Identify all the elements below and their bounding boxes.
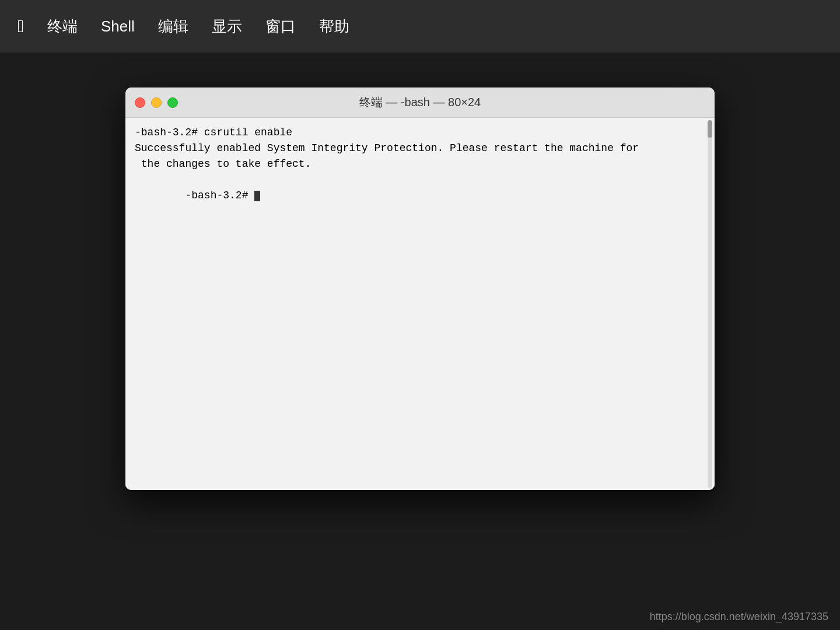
terminal-line-2: Successfully enabled System Integrity Pr…: [135, 141, 705, 156]
watermark: https://blog.csdn.net/weixin_43917335: [650, 611, 828, 623]
minimize-button[interactable]: [151, 97, 162, 108]
terminal-content[interactable]: -bash-3.2# csrutil enable Successfully e…: [125, 118, 715, 490]
terminal-line-3: the changes to take effect.: [135, 156, 705, 172]
maximize-button[interactable]: [167, 97, 178, 108]
menu-shell[interactable]: Shell: [101, 18, 135, 36]
menubar:  终端 Shell 编辑 显示 窗口 帮助: [0, 0, 840, 52]
titlebar: 终端 — -bash — 80×24: [125, 88, 715, 118]
terminal-line-4: -bash-3.2#: [135, 172, 705, 219]
terminal-window: 终端 — -bash — 80×24 -bash-3.2# csrutil en…: [125, 88, 715, 490]
menu-view[interactable]: 显示: [212, 16, 242, 37]
menu-edit[interactable]: 编辑: [158, 16, 188, 37]
window-title: 终端 — -bash — 80×24: [359, 94, 481, 110]
menu-window[interactable]: 窗口: [265, 16, 296, 37]
menu-terminal[interactable]: 终端: [47, 16, 78, 37]
close-button[interactable]: [135, 97, 145, 108]
terminal-line-1: -bash-3.2# csrutil enable: [135, 125, 705, 141]
traffic-lights: [135, 97, 178, 108]
desktop: 终端 — -bash — 80×24 -bash-3.2# csrutil en…: [0, 52, 840, 630]
scrollbar-thumb[interactable]: [708, 120, 712, 138]
scrollbar[interactable]: [708, 120, 712, 488]
menu-help[interactable]: 帮助: [319, 16, 349, 37]
apple-menu[interactable]: : [18, 16, 24, 36]
terminal-cursor: [254, 191, 260, 201]
